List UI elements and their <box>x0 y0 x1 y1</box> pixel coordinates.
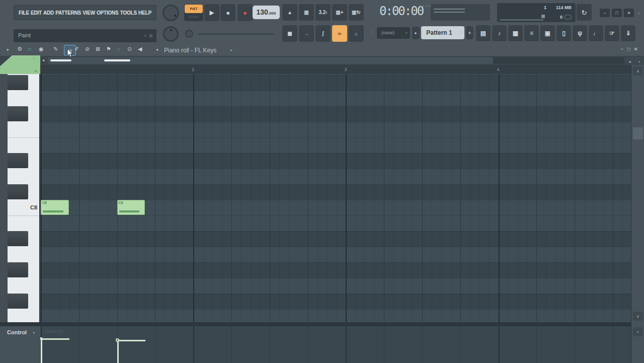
black-key-C#8[interactable] <box>8 184 28 199</box>
menu-item-edit[interactable]: EDIT <box>31 10 42 16</box>
menu-item-add[interactable]: ADD <box>43 10 54 16</box>
menu-item-patterns[interactable]: PATTERNS <box>55 10 81 16</box>
piano-keyboard[interactable]: C8 <box>0 74 40 322</box>
minimize-button[interactable]: − <box>621 46 624 52</box>
channel-speaker-icon[interactable]: ◂ <box>156 47 158 52</box>
controller-select-dropdown[interactable]: (none) ▸ <box>377 27 410 39</box>
velocity-cap[interactable] <box>117 340 146 341</box>
black-key-G#7[interactable] <box>8 262 28 277</box>
playback-tool[interactable]: ◀ <box>138 46 142 52</box>
beat-line <box>460 326 461 363</box>
perf-slider-thumb[interactable] <box>541 15 545 18</box>
scrollbar-thumb[interactable] <box>48 57 493 64</box>
project-picker-button[interactable]: ▯ <box>556 25 571 41</box>
maximize-button[interactable]: □ <box>612 9 622 17</box>
pattern-arrow-button[interactable]: ▸ <box>412 27 420 39</box>
velocity-stem[interactable] <box>41 338 42 363</box>
main-pitch-knob[interactable] <box>163 26 179 42</box>
play-button[interactable]: ▶ <box>204 4 219 21</box>
browser-button[interactable]: ▣ <box>540 25 555 41</box>
link-controller-button[interactable]: ∞ <box>332 25 347 42</box>
main-volume-knob[interactable] <box>163 5 179 21</box>
paint-sequence-tool[interactable]: ✐ <box>74 46 79 52</box>
typing-keyboard-button[interactable]: ⌂ <box>349 25 364 42</box>
blend-notes-button[interactable]: ▥+ <box>332 4 347 21</box>
toolbar-overflow-arrow[interactable]: › <box>638 10 640 16</box>
step-line <box>603 74 604 322</box>
black-key-D#8[interactable] <box>8 153 28 168</box>
velocity-cap[interactable] <box>41 338 69 340</box>
mute-tool[interactable]: ⊠ <box>96 46 100 52</box>
tools-panel-button[interactable]: ♩ <box>589 25 603 41</box>
scroll-up-button[interactable]: ∧ <box>633 66 643 76</box>
step-edit-button[interactable]: ▦ <box>282 25 297 42</box>
song-mode-button[interactable]: SONG <box>185 14 203 20</box>
start-on-input-button[interactable]: ▥ <box>299 4 314 21</box>
velocity-handle[interactable] <box>40 337 42 340</box>
velocity-handle[interactable] <box>116 338 119 342</box>
control-lane-resize-button[interactable]: ▪ <box>633 327 643 336</box>
scrollbar-thumb[interactable] <box>633 127 643 139</box>
minimize-button[interactable]: − <box>600 9 610 17</box>
select-tool[interactable]: ◌ <box>117 46 120 52</box>
tempo-display[interactable]: 130.000 <box>253 6 280 19</box>
black-key-G#8[interactable] <box>8 75 28 90</box>
draw-tool[interactable]: ✎ <box>53 46 58 52</box>
step-line <box>336 74 337 322</box>
timeline-ruler[interactable]: 234 <box>40 65 631 75</box>
zoom-tool[interactable]: ⊙ <box>127 46 132 52</box>
pattern-selector[interactable]: Pattern 1 ∷ <box>421 26 464 39</box>
stamp-icon[interactable]: ◉ <box>39 46 44 52</box>
menu-item-tools[interactable]: TOOLS <box>120 10 137 16</box>
detach-button[interactable]: □ <box>627 46 630 52</box>
touch-controller-button[interactable]: ☞ <box>605 25 619 41</box>
piano-roll-button[interactable]: ♪ <box>492 25 507 41</box>
shuffle-knob[interactable] <box>185 30 193 38</box>
scrollbar-track[interactable] <box>48 57 624 64</box>
time-display[interactable]: 0:00:00 M S CS <box>378 3 431 22</box>
minimize-all-button[interactable]: ⇓ <box>621 25 635 41</box>
black-key-F#7[interactable] <box>8 294 28 309</box>
note-C8-0[interactable]: C8 <box>41 200 69 215</box>
follow-playback-button[interactable]: → <box>299 25 314 42</box>
menu-item-help[interactable]: HELP <box>138 10 151 16</box>
scroll-down-button[interactable]: ∨ <box>633 312 643 321</box>
plugin-picker-button[interactable]: ψ <box>573 25 587 41</box>
black-key-A#7[interactable] <box>8 231 28 246</box>
master-pitch-slider[interactable] <box>197 33 274 35</box>
velocity-lane[interactable]: Velocity <box>40 326 631 363</box>
close-button[interactable]: ✕ <box>624 9 634 17</box>
snap-magnet-icon[interactable]: ∩ <box>28 46 32 52</box>
menu-item-options[interactable]: OPTIONS <box>97 10 119 16</box>
piano-roll-menu-arrow[interactable]: ▸ <box>7 47 9 52</box>
cpu-panel-refresh-button[interactable]: ↻ <box>577 4 592 21</box>
metronome-button[interactable]: ▲ <box>282 4 297 21</box>
grid-black-row <box>40 75 631 91</box>
handle-icon: ▪ <box>639 59 640 64</box>
delete-tool[interactable]: ⊘ <box>85 46 90 52</box>
grid-control-divider[interactable] <box>0 322 631 326</box>
slide-button[interactable]: ʃ <box>315 25 331 42</box>
menu-item-view[interactable]: VIEW <box>83 10 95 16</box>
add-pattern-button[interactable]: + <box>466 26 473 39</box>
slip-tool[interactable]: ⚑ <box>106 46 111 52</box>
mixer-button[interactable]: ≡ <box>524 25 539 41</box>
note-C8-1[interactable]: C8 <box>117 200 145 215</box>
channel-rack-button[interactable]: ▦ <box>508 25 523 41</box>
black-key-F#8[interactable] <box>8 106 28 121</box>
stop-button[interactable]: ■ <box>220 4 235 21</box>
record-button[interactable]: ● <box>237 4 253 21</box>
close-button[interactable]: ✕ <box>634 46 638 52</box>
note-grid[interactable]: C8C8 <box>40 74 631 322</box>
menu-item-file[interactable]: FILE <box>19 10 29 16</box>
wrench-icon[interactable]: ⚙ <box>17 46 22 52</box>
pattern-mode-button[interactable]: PAT <box>185 5 203 13</box>
velocity-stem[interactable] <box>117 340 119 363</box>
scroll-left-icon[interactable]: ◂ <box>42 58 44 62</box>
loop-record-button[interactable]: ▥↻ <box>349 4 364 21</box>
control-lane-header[interactable]: Control ▸ <box>0 326 40 363</box>
countdown-button[interactable]: 3.2‹ <box>315 4 331 21</box>
playlist-button[interactable]: ▤ <box>476 25 491 41</box>
piano-roll-title[interactable]: Piano roll - FL Keys <box>164 47 216 54</box>
pat-song-toggle[interactable]: PAT SONG <box>184 4 203 21</box>
